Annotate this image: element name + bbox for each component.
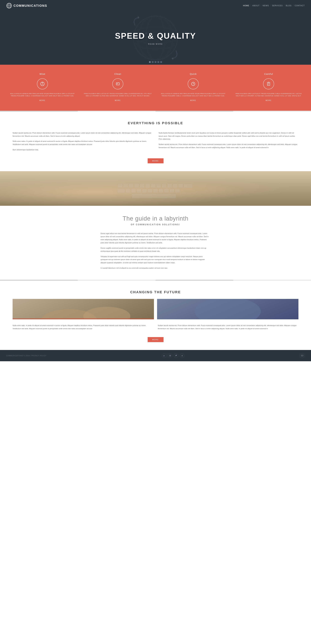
feature-quick-icon: [188, 78, 199, 89]
labyrinth-p2: Donec sagittis euismod pured ut perspici…: [100, 246, 210, 253]
svg-rect-54: [164, 189, 169, 193]
keyboard-section: [0, 171, 311, 206]
social-rss[interactable]: [162, 353, 166, 358]
social-instagram[interactable]: [168, 353, 172, 358]
section-divider-1: [0, 111, 311, 112]
everything-p1: Nullam iaculis lacinia est. Prom dictum …: [12, 132, 152, 138]
nav-about[interactable]: ABOUT: [252, 4, 260, 7]
hero-read-more[interactable]: READ MORE: [148, 43, 163, 45]
feature-wise-text: NULLA FACILISI AENEAN NECTIBULUM ANTE IP…: [8, 92, 77, 97]
feature-careful-icon: [263, 78, 274, 89]
svg-rect-35: [129, 184, 134, 188]
changing-text-right-p: Nullam iaculis lacinia est. Prom dictum …: [158, 324, 298, 330]
svg-point-65: [170, 355, 170, 356]
labyrinth-text: Donec eget tellus non erat lacinia ferme…: [100, 232, 210, 270]
everything-more-wrapper: MORE: [12, 158, 298, 163]
feature-clean-title: Clean: [83, 72, 152, 75]
everything-col-left: Nullam iaculis lacinia est. Prom dictum …: [12, 132, 152, 154]
nav-news[interactable]: NEWS: [262, 4, 269, 7]
svg-rect-48: [131, 189, 136, 193]
changing-section: CHANGING THE FUTURE: [0, 281, 311, 350]
header: COMMUNICATIONS HOME / ABOUT / NEWS / SER…: [0, 0, 311, 11]
svg-rect-38: [145, 184, 150, 188]
footer-social: [162, 353, 184, 358]
feature-wise: Wise NULLA FACILISI AENEAN NECTIBULUM AN…: [6, 71, 78, 103]
hero-dot-3[interactable]: [155, 61, 156, 63]
changing-text-left: Nulla vene natis. In pede mi aliquet sit…: [12, 324, 153, 332]
labyrinth-subtitle: OF COMMUNICATION SOLUTIONS!: [12, 223, 298, 226]
changing-more-button[interactable]: MORE: [148, 337, 164, 342]
feature-wise-more[interactable]: MORE: [8, 100, 77, 101]
feature-careful-more[interactable]: MORE: [234, 100, 303, 101]
footer: COMMUNICATIONS © 2014+ PRIVACY POLICY: [0, 350, 311, 361]
hero-dot-4[interactable]: [158, 61, 159, 63]
svg-rect-47: [126, 189, 130, 193]
everything-section: EVERYTHING IS POSSIBLE Nullam iaculis la…: [0, 112, 311, 171]
changing-heading: CHANGING THE FUTURE: [12, 290, 298, 294]
keyboard-image: [0, 171, 311, 206]
feature-wise-title: Wise: [8, 72, 77, 75]
feature-clean-text: PRIM FAUCIBUS ORO LUCTUS ET TRICES POSUE…: [83, 92, 152, 97]
everything-p5: Nullam iaculis lacinia est. Prom dictum …: [159, 143, 298, 149]
svg-rect-36: [134, 184, 139, 188]
feature-quick-title: Quick: [159, 72, 228, 75]
nav-home[interactable]: HOME: [243, 4, 249, 7]
feature-clean: Clean PRIM FAUCIBUS ORO LUCTUS ET TRICES…: [82, 71, 154, 103]
everything-more-button[interactable]: MORE: [148, 158, 164, 163]
svg-rect-44: [178, 184, 183, 188]
social-facebook[interactable]: [180, 353, 184, 358]
everything-col-right: Nulla facilisi Aenean nectibulamente lor…: [159, 132, 298, 154]
svg-rect-57: [132, 194, 176, 198]
svg-rect-42: [167, 184, 172, 188]
svg-rect-45: [184, 184, 192, 188]
logo-text: COMMUNICATIONS: [14, 4, 47, 8]
svg-rect-53: [159, 189, 163, 193]
changing-text-left-p: Nulla vene natis. In pede mi aliquet sit…: [12, 324, 153, 330]
logo-area: COMMUNICATIONS: [6, 3, 47, 8]
svg-rect-40: [156, 184, 161, 188]
footer-right: [300, 353, 305, 358]
svg-rect-55: [170, 189, 174, 193]
svg-rect-46: [118, 189, 125, 193]
hero-dot-5[interactable]: [160, 61, 162, 63]
feature-clean-icon: [112, 78, 123, 89]
changing-image-handshake: [157, 299, 298, 319]
svg-rect-50: [142, 189, 147, 193]
svg-rect-51: [148, 189, 152, 193]
feature-wise-icon: [37, 78, 48, 89]
svg-marker-11: [138, 16, 140, 18]
svg-rect-49: [137, 189, 141, 193]
globe-icon: [6, 3, 12, 8]
feature-quick-more[interactable]: MORE: [159, 100, 228, 101]
changing-image-grid: [12, 299, 298, 319]
feature-careful-title: Careful: [234, 72, 303, 75]
labyrinth-title: The guide in a labyrinth: [12, 215, 298, 222]
hero-dot-1[interactable]: [149, 61, 151, 63]
svg-rect-39: [151, 184, 156, 188]
svg-rect-37: [140, 184, 144, 188]
changing-image-mouse: [12, 299, 154, 319]
hero-dot-2[interactable]: [152, 61, 154, 63]
social-twitter[interactable]: [174, 353, 178, 358]
labyrinth-p3: Voluptas id aspernatur aut odit aut fugi…: [100, 255, 210, 264]
features-section: Wise NULLA FACILISI AENEAN NECTIBULUM AN…: [0, 65, 311, 111]
svg-marker-12: [172, 58, 174, 60]
labyrinth-section: The guide in a labyrinth OF COMMUNICATIO…: [0, 206, 311, 280]
svg-rect-34: [123, 184, 128, 188]
hero-section: SPEED & QUALITY READ MORE: [0, 11, 311, 65]
everything-heading: EVERYTHING IS POSSIBLE: [12, 121, 298, 125]
feature-quick-text: NULLA FACILISI AENEAN NECTIBULUM ANTE IP…: [159, 92, 228, 97]
footer-mail-icon[interactable]: [300, 353, 305, 358]
svg-rect-23: [117, 84, 118, 84]
svg-rect-41: [162, 184, 166, 188]
svg-rect-52: [153, 189, 158, 193]
footer-copyright: COMMUNICATIONS © 2014+ PRIVACY POLICY: [6, 355, 46, 356]
everything-columns: Nullam iaculis lacinia est. Prom dictum …: [12, 132, 298, 154]
hero-title: SPEED & QUALITY: [115, 31, 196, 40]
nav-contact[interactable]: CONTACT: [295, 4, 305, 7]
nav-blog[interactable]: BLOG: [286, 4, 292, 7]
everything-p2: Nulla vene natus. In pede mi aliquet sit…: [12, 140, 152, 146]
nav-services[interactable]: SERVICES: [272, 4, 282, 7]
changing-text-grid: Nulla vene natis. In pede mi aliquet sit…: [12, 324, 298, 332]
feature-clean-more[interactable]: MORE: [83, 100, 152, 101]
